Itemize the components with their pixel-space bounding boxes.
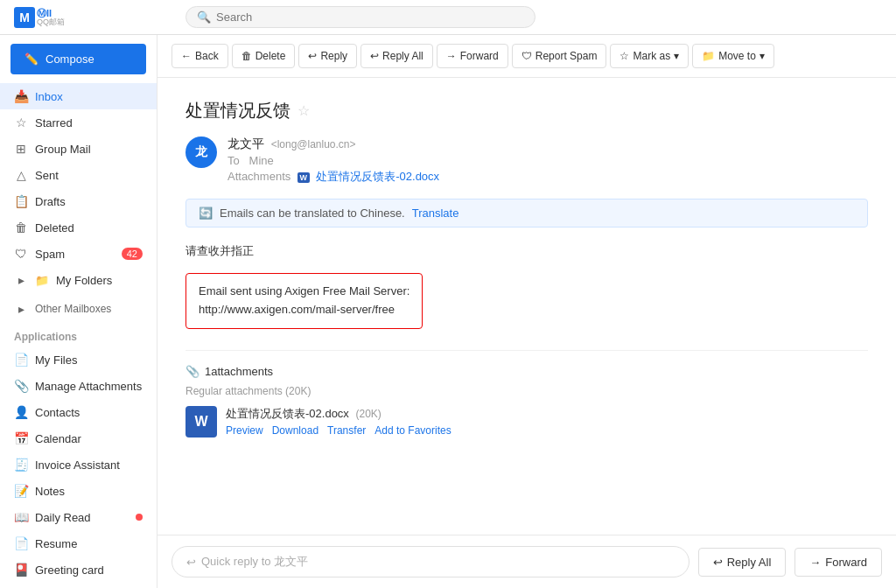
attachments-count: 1attachments [205,365,273,378]
move-to-button[interactable]: 📁 Move to ▾ [692,44,774,68]
top-bar: M ⓂII QQ邮箱 🔍 [0,0,896,35]
drafts-icon: 📋 [14,194,28,208]
sidebar-item-sent[interactable]: △ Sent [0,162,157,188]
compose-icon: ✏️ [24,52,38,66]
bottom-reply-all-icon: ↩ [713,556,723,569]
mark-as-button[interactable]: ☆ Mark as ▾ [610,44,689,68]
spam-badge: 42 [122,248,143,260]
sidebar-item-notes[interactable]: 📝 Notes [0,478,157,504]
quick-reply-placeholder: Quick reply to 龙文平 [201,554,308,570]
spam-icon: 🛡 [14,247,28,261]
reply-all-icon: ↩ [370,50,379,62]
sidebar-item-my-folders[interactable]: ▸ 📁 My Folders [0,267,157,293]
sidebar-item-calendar[interactable]: 📅 Calendar [0,425,157,452]
sender-name: 龙文平 [228,136,264,150]
email-viewer: ← Back 🗑 Delete ↩ Reply ↩ Reply All → Fo… [158,35,896,588]
add-to-favorites-link[interactable]: Add to Favorites [374,424,451,437]
sender-email: <long@lanluo.cn> [271,138,356,150]
sidebar-item-group-mail[interactable]: ⊞ Group Mail [0,136,157,162]
folder-icon2: 📁 [35,274,49,287]
attachment-link[interactable]: 处置情况反馈表-02.docx [316,170,439,183]
star-icon: ☆ [14,116,28,130]
sidebar-item-inbox[interactable]: 📥 Inbox [0,83,157,109]
sidebar-item-document[interactable]: 📄 Document [0,583,157,588]
sender-info: 龙文平 <long@lanluo.cn> To Mine Attachments… [228,136,868,185]
reply-all-button[interactable]: ↩ Reply All [360,44,433,68]
email-toolbar: ← Back 🗑 Delete ↩ Reply ↩ Reply All → Fo… [158,35,896,78]
manage-attachments-icon: 📎 [14,379,28,393]
bottom-forward-icon: → [809,556,821,569]
daily-read-dot [136,514,143,521]
subject-star-icon[interactable]: ☆ [298,102,310,119]
search-icon: 🔍 [197,10,211,24]
sender-avatar: 龙 [186,136,217,168]
forward-button[interactable]: → Forward [437,44,508,68]
chevron-down-icon2: ▾ [760,50,765,62]
sidebar-item-daily-read[interactable]: 📖 Daily Read [0,504,157,530]
sidebar-item-manage-attachments[interactable]: 📎 Manage Attachments [0,373,157,399]
email-body: 请查收并指正 Email sent using Axigen Free Mail… [186,242,868,329]
preview-link[interactable]: Preview [226,424,263,437]
notes-icon: 📝 [14,484,28,498]
download-link[interactable]: Download [272,424,318,437]
calendar-icon: 📅 [14,431,28,445]
email-content: 处置情况反馈 ☆ 龙 龙文平 <long@lanluo.cn> To Mine … [158,78,896,535]
sidebar-item-spam[interactable]: 🛡 Spam 42 [0,241,157,267]
attachment-size: (20K) [356,408,382,420]
reply-quick-icon: ↩ [186,556,196,569]
spam-line2: http://www.axigen.com/mail-server/free [199,303,395,316]
search-bar[interactable]: 🔍 [186,6,536,28]
back-button[interactable]: ← Back [172,44,228,68]
sidebar-item-invoice[interactable]: 🧾 Invoice Assistant [0,452,157,478]
body-line1: 请查收并指正 [186,242,868,261]
other-mailboxes-icon: ▸ [14,302,28,316]
spam-line1: Email sent using Axigen Free Mail Server… [199,284,410,298]
logo-domain: QQ邮箱 [37,18,65,26]
sidebar-item-starred[interactable]: ☆ Starred [0,109,157,136]
sender-name-line: 龙文平 <long@lanluo.cn> [228,136,868,152]
reply-button[interactable]: ↩ Reply [298,44,357,68]
quick-reply-input[interactable]: ↩ Quick reply to 龙文平 [172,546,690,578]
attachment-details: 处置情况反馈表-02.docx (20K) Preview Download T… [226,406,452,437]
regular-attachments-label: Regular attachments (20K) [186,385,868,397]
back-icon: ← [181,50,192,62]
other-mailboxes-header[interactable]: ▸ Other Mailboxes [0,293,157,322]
translate-link[interactable]: Translate [412,206,459,220]
translate-bar: 🔄 Emails can be translated to Chinese. T… [186,199,868,228]
group-mail-icon: ⊞ [14,142,28,156]
compose-button[interactable]: ✏️ Compose [10,44,146,74]
search-input[interactable] [216,10,524,24]
move-icon: 📁 [702,50,715,62]
sidebar-item-my-files[interactable]: 📄 My Files [0,346,157,373]
folders-icon: ▸ [14,273,28,287]
resume-icon: 📄 [14,536,28,550]
logo: M ⓂII QQ邮箱 [14,7,172,28]
forward-icon: → [446,50,457,62]
transfer-link[interactable]: Transfer [327,424,366,437]
spam-warning-box: Email sent using Axigen Free Mail Server… [186,273,423,329]
word-file-icon: W [186,406,217,438]
attachment-item: W 处置情况反馈表-02.docx (20K) Preview Download… [186,406,868,438]
sidebar-item-deleted[interactable]: 🗑 Deleted [0,214,157,241]
sidebar-item-resume[interactable]: 📄 Resume [0,530,157,556]
attachment-filename: 处置情况反馈表-02.docx (20K) [226,406,452,422]
invoice-icon: 🧾 [14,458,28,472]
contacts-icon: 👤 [14,405,28,419]
bottom-reply-all-button[interactable]: ↩ Reply All [698,548,787,577]
sidebar: ✏️ Compose 📥 Inbox ☆ Starred ⊞ Group Mai… [0,35,158,588]
main-layout: ✏️ Compose 📥 Inbox ☆ Starred ⊞ Group Mai… [0,35,896,588]
sender-row: 龙 龙文平 <long@lanluo.cn> To Mine Attachmen… [186,136,868,185]
word-icon-small: W [298,172,311,183]
report-spam-button[interactable]: 🛡 Report Spam [512,44,607,68]
sidebar-item-contacts[interactable]: 👤 Contacts [0,399,157,425]
sidebar-item-drafts[interactable]: 📋 Drafts [0,188,157,214]
applications-section-label: Applications [0,322,157,346]
chevron-down-icon: ▾ [674,50,679,62]
bottom-forward-button[interactable]: → Forward [794,548,882,577]
delete-button[interactable]: 🗑 Delete [232,44,296,68]
star-outline-icon: ☆ [620,50,629,62]
sidebar-item-greeting-card[interactable]: 🎴 Greeting card [0,556,157,583]
sender-attachments: Attachments W 处置情况反馈表-02.docx [228,169,868,185]
translate-icon: 🔄 [199,206,213,220]
logo-brand: ⓂII [37,9,65,18]
